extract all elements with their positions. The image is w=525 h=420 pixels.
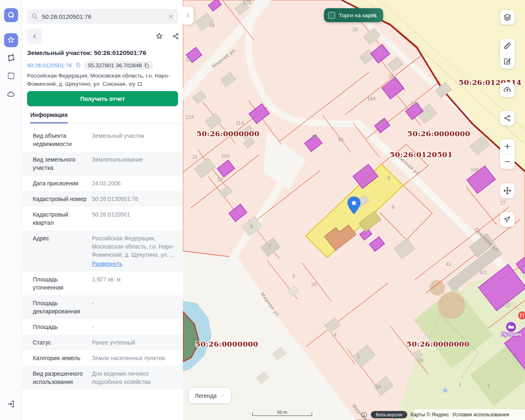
poi-restaurant-icon[interactable] xyxy=(518,311,525,320)
info-row-label: Статус xyxy=(33,338,87,347)
info-row-value: Для ведения личного подсобного хозяйства xyxy=(92,370,177,386)
pan-button[interactable] xyxy=(500,183,515,198)
parcel-number-label: 41 xyxy=(446,261,452,267)
ruler-icon xyxy=(503,41,512,50)
gavel-icon xyxy=(367,9,381,21)
quarter-number-label: 50:26:0000000 xyxy=(196,130,259,138)
quarter-number-label: 50:26:0000000 xyxy=(407,130,470,138)
info-row-label: Кадастровый номер xyxy=(33,195,87,203)
chevron-left-icon xyxy=(32,33,38,39)
zoom-in-button[interactable] xyxy=(500,139,515,154)
move-icon xyxy=(503,186,512,195)
parcel-number-label: 16 xyxy=(388,73,394,79)
edit-button[interactable] xyxy=(500,54,515,68)
dashed-square-icon xyxy=(7,71,16,80)
info-row-value: Ранее учтенный xyxy=(92,338,135,347)
info-row-value: 1,927 кв. м xyxy=(92,275,121,292)
location-arrow-icon xyxy=(503,215,511,224)
logout-button[interactable] xyxy=(4,397,18,411)
object-title: Земельный участок: 50:26:0120501:76 xyxy=(27,49,178,57)
plus-icon xyxy=(503,142,511,151)
back-button[interactable] xyxy=(27,29,42,43)
panel-collapse-button[interactable] xyxy=(183,7,194,25)
chevron-left-icon xyxy=(185,13,191,18)
info-row-label: Вид земельного участка xyxy=(33,155,87,172)
search-bar[interactable] xyxy=(27,9,178,24)
info-row-value: 24.02.2006 xyxy=(92,179,121,187)
map-attribution: Beta-версия Карты © Яндекс Условия испол… xyxy=(361,409,525,420)
copy-coordinates-icon[interactable] xyxy=(144,62,150,68)
tab-information[interactable]: Информация xyxy=(30,112,68,123)
favorite-button[interactable] xyxy=(152,29,167,43)
share-object-button[interactable] xyxy=(168,29,183,43)
parcel-number-label: 16 xyxy=(209,23,215,28)
info-row-value: Российская Федерация, Московская область… xyxy=(92,234,177,268)
quarter-number-label: 50:26:0120501 xyxy=(390,151,452,159)
parcel-number-label: 2А xyxy=(375,384,381,390)
edit-icon xyxy=(503,57,512,66)
share-map-button[interactable] xyxy=(500,111,515,126)
parcel-number-label: 14А xyxy=(411,101,419,107)
tab-bar: Информация xyxy=(22,110,183,123)
copy-cadastral-icon[interactable] xyxy=(75,62,81,68)
expand-address-link[interactable]: Развернуть xyxy=(92,260,177,268)
auctions-checkbox[interactable] xyxy=(328,12,335,19)
share-icon xyxy=(503,114,511,122)
layers-button[interactable] xyxy=(500,10,515,25)
icon-rail xyxy=(0,0,22,420)
info-row-value: Землепользование xyxy=(92,155,143,172)
cloud-upload-icon xyxy=(503,85,512,94)
parcel-number-label: 9 xyxy=(392,204,395,210)
info-row: СтатусРанее учтенный xyxy=(22,335,183,350)
quarter-number-label: 50:26:0000000 xyxy=(406,340,469,348)
terms-link[interactable]: Условия использования xyxy=(452,412,509,418)
coordinates-chip[interactable]: 55.327801 36.702848 xyxy=(84,61,153,70)
info-row-value: - xyxy=(92,299,94,315)
parcel-number-label: 11 xyxy=(192,154,198,160)
parcel-number-label: 17Б xyxy=(243,0,251,5)
info-row-label: Дата присвоения xyxy=(33,179,87,187)
parcel-number-label: 2В xyxy=(418,358,424,363)
cadastral-number-link[interactable]: 50:26:0120501:76 xyxy=(27,62,72,68)
info-row: Категория земельЗемли населенных пунктов xyxy=(22,350,183,366)
info-row-value: 50:26:0120501:76 xyxy=(92,195,138,203)
parcel-number-label: 22 xyxy=(505,302,511,308)
auctions-toggle[interactable]: Торги на карте xyxy=(324,8,383,22)
map-canvas[interactable]: Мирная ул.Мирная ул.Мирная ул.Союзная ул… xyxy=(183,0,525,420)
star-outline-icon xyxy=(155,32,164,41)
measure-button[interactable] xyxy=(500,39,515,53)
info-row: Дата присвоения24.02.2006 xyxy=(22,176,183,191)
layers-icon xyxy=(503,13,512,22)
search-icon xyxy=(31,13,39,20)
info-icon[interactable] xyxy=(361,411,368,418)
info-row-label: Кадастровый квартал xyxy=(33,210,87,227)
info-row: Площадь уточненная1,927 кв. м xyxy=(22,272,183,295)
info-table: Вид объекта недвижимостиЗемельный участо… xyxy=(22,128,183,390)
info-row: Площадь- xyxy=(22,319,183,335)
sidebar-item-favorites[interactable] xyxy=(4,33,18,47)
poi-hotel-icon[interactable] xyxy=(506,322,516,332)
quarter-number-label: 50:26:0000000 xyxy=(195,340,258,348)
upload-button[interactable] xyxy=(500,82,515,97)
search-input[interactable] xyxy=(42,13,168,20)
clear-search-icon[interactable] xyxy=(168,14,174,20)
star-icon xyxy=(7,36,16,45)
parcel-number-label: 10 xyxy=(217,177,223,183)
sidebar-item-polygon-select[interactable] xyxy=(4,51,18,65)
geolocation-button[interactable] xyxy=(500,212,515,227)
parcel-number-label: 5 xyxy=(292,273,295,279)
info-row-label: Адрес xyxy=(33,234,87,268)
info-row-value: - xyxy=(92,323,94,331)
parcel-number-label: 10А xyxy=(470,167,479,173)
zoom-out-button[interactable] xyxy=(500,154,515,169)
info-row-label: Вид разрешенного использования xyxy=(33,370,87,386)
map-copyright[interactable]: Карты © Яндекс xyxy=(411,412,449,418)
sidebar-item-area-select[interactable] xyxy=(4,69,18,83)
parcel-number-label: 13 xyxy=(361,167,367,172)
sidebar-item-cloud[interactable] xyxy=(4,87,18,101)
info-row-label: Площадь уточненная xyxy=(33,275,87,292)
get-report-button[interactable]: Получить отчет xyxy=(27,91,178,106)
app-logo[interactable] xyxy=(4,8,18,22)
legend-button[interactable]: Легенда xyxy=(189,388,231,403)
share-icon xyxy=(172,32,180,40)
